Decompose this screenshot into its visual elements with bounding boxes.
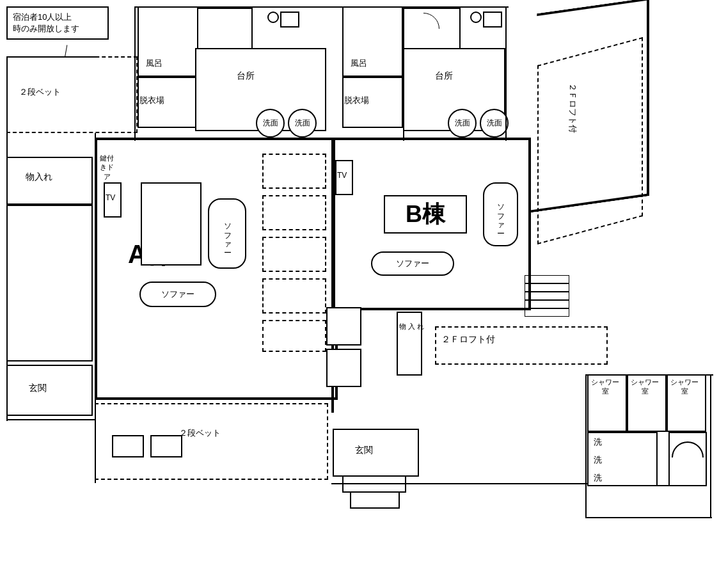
building-b-box: B棟 <box>384 195 467 234</box>
table-a <box>141 182 201 266</box>
dashed-a-right-5 <box>262 320 326 352</box>
sentaku-b2: 洗面 <box>480 109 509 138</box>
genkan-b <box>333 429 419 477</box>
furo-b-label: 風呂 <box>351 58 367 69</box>
datsuijo-a-label: 脱衣場 <box>139 95 164 106</box>
monoire-b <box>397 312 422 376</box>
furo-a-label: 風呂 <box>146 58 162 69</box>
daidokoro-a-label: 台所 <box>237 70 255 82</box>
corridor-small-2 <box>326 349 361 387</box>
callout-box: 宿泊者10人以上 時のみ開放します <box>6 6 109 40</box>
wash-1: 洗 <box>594 436 602 448</box>
sink-b <box>470 12 482 23</box>
genkan-b-steps <box>342 477 406 493</box>
sentaku-a2: 洗面 <box>288 109 317 138</box>
sink-box-a <box>280 12 299 28</box>
shower-3-label: シャワー室 <box>670 377 699 396</box>
sofa-b2: ソファー <box>371 251 454 276</box>
sofa-a1: ソファー <box>208 198 246 269</box>
building-b-label: B棟 <box>406 199 445 230</box>
genkan-a <box>6 365 93 416</box>
sofa-a2: ソファー <box>139 282 216 307</box>
sink-box-b <box>483 12 502 28</box>
ni-dan-bed-a-label: ２段ベット <box>19 86 61 98</box>
tv-a-label: TV <box>106 193 115 202</box>
loft-2f-top-right-label: ２Ｆロフト付 <box>567 83 578 133</box>
toilet-bottom-right <box>668 432 707 486</box>
daidokoro-b-label: 台所 <box>435 70 453 82</box>
sink-a <box>267 12 279 23</box>
loft-2f-lower <box>435 326 608 365</box>
bed-b2 <box>150 435 182 457</box>
sentaku-a1: 洗面 <box>256 109 285 138</box>
dashed-a-right-1 <box>262 154 326 189</box>
monoire-b-label: 物 入 れ <box>399 322 424 331</box>
genkan-a-label: 玄関 <box>29 383 47 394</box>
dashed-a-right-4 <box>262 278 326 314</box>
sentaku-b1: 洗面 <box>448 109 477 138</box>
stairs <box>525 275 569 317</box>
floor-plan: 宿泊者10人以上 時のみ開放します トイレ トイレ 風呂 脱衣場 台所 洗面 洗… <box>0 0 719 588</box>
wash-2: 洗 <box>594 454 602 466</box>
bed-b1 <box>112 435 144 457</box>
ni-dan-bed-b-label: ２段ベット <box>179 427 221 439</box>
kagi-door-label: 鍵付きドア <box>97 154 116 181</box>
tv-b-label: TV <box>337 171 347 180</box>
wash-3: 洗 <box>594 472 602 484</box>
corridor-small-1 <box>326 307 361 346</box>
genkan-b-steps2 <box>350 493 400 509</box>
dashed-a-right-2 <box>262 195 326 230</box>
shower-2-label: シャワー室 <box>631 377 659 396</box>
toilet-a-room <box>195 8 253 49</box>
genkan-b-label: 玄関 <box>355 445 373 456</box>
callout-text: 宿泊者10人以上 時のみ開放します <box>13 12 79 33</box>
monoire-a-label: 物入れ <box>26 171 52 183</box>
datsuijo-b-label: 脱衣場 <box>344 95 369 106</box>
toilet-b-room <box>403 8 461 49</box>
shower-1-label: シャワー室 <box>591 377 619 396</box>
sofa-b1: ソファー <box>483 182 518 246</box>
loft-2f-lower-label: ２Ｆロフト付 <box>441 334 495 346</box>
storage-left <box>6 205 93 362</box>
dashed-a-right-3 <box>262 237 326 272</box>
